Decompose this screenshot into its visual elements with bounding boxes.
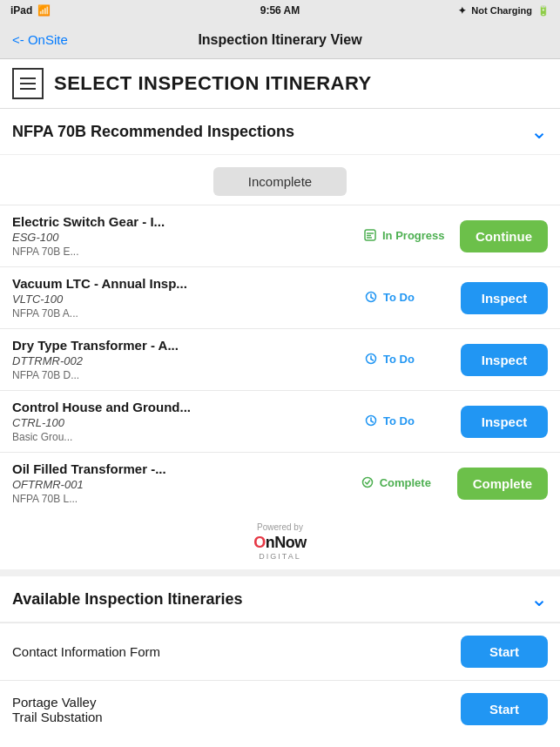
- available-item-contact: Contact Information Form Start: [0, 622, 560, 680]
- nfpa-section: NFPA 70B Recommended Inspections ⌄ Incom…: [0, 109, 560, 569]
- inspect-button-vacuum[interactable]: Inspect: [461, 282, 548, 314]
- start-button-portage[interactable]: Start: [461, 693, 548, 725]
- status-badge-vacuum: To Do: [365, 291, 415, 304]
- nfpa-collapse-icon[interactable]: ⌄: [530, 119, 548, 144]
- complete-button-oil[interactable]: Complete: [457, 468, 548, 500]
- item-code-dry: DTTRMR-002: [12, 354, 356, 367]
- item-info-dry: Dry Type Transformer - A... DTTRMR-002 N…: [12, 338, 356, 381]
- item-name-oil: Oil Filled Transformer -...: [12, 461, 353, 476]
- item-code-vacuum: VLTC-100: [12, 293, 356, 306]
- page-header: SELECT INSPECTION ITINERARY: [0, 59, 560, 109]
- nav-title: Inspection Itinerary View: [198, 32, 361, 48]
- inspection-item-control-house: Control House and Ground... CTRL-100 Bas…: [0, 390, 560, 452]
- nav-bar: <- OnSite Inspection Itinerary View: [0, 21, 560, 59]
- svg-line-9: [371, 298, 374, 299]
- status-bar: iPad 📶 9:56 AM ✦ Not Charging 🔋: [0, 0, 560, 21]
- onnow-logo-1: OnNow: [253, 534, 307, 552]
- item-code-electric: ESG-100: [12, 231, 355, 244]
- nfpa-section-title: NFPA 70B Recommended Inspections: [12, 123, 294, 141]
- svg-line-15: [371, 421, 374, 423]
- powered-by-available: Powered by OnNow DIGITAL: [0, 737, 560, 747]
- battery-icon: 🔋: [537, 5, 550, 17]
- item-name-control: Control House and Ground...: [12, 400, 356, 414]
- incomplete-filter-button[interactable]: Incomplete: [213, 167, 347, 196]
- continue-button-electric[interactable]: Continue: [460, 220, 548, 252]
- item-name-vacuum: Vacuum LTC - Annual Insp...: [12, 276, 356, 291]
- item-tag-electric: NFPA 70B E...: [12, 246, 355, 258]
- item-status-dry: To Do: [356, 353, 461, 367]
- item-status-vacuum: To Do: [356, 291, 461, 306]
- item-info-electric: Electric Switch Gear - I... ESG-100 NFPA…: [12, 214, 355, 258]
- available-section: Available Inspection Itineraries ⌄ Conta…: [0, 576, 560, 747]
- item-info-control: Control House and Ground... CTRL-100 Bas…: [12, 400, 356, 443]
- status-badge-control: To Do: [365, 414, 415, 427]
- item-name-electric: Electric Switch Gear - I...: [12, 214, 355, 229]
- item-name-dry: Dry Type Transformer - A...: [12, 338, 356, 353]
- wifi-icon: 📶: [37, 4, 51, 17]
- status-badge-oil: Complete: [361, 476, 431, 489]
- svg-line-12: [371, 360, 374, 361]
- nfpa-section-header: NFPA 70B Recommended Inspections ⌄: [0, 109, 560, 155]
- item-info-vacuum: Vacuum LTC - Annual Insp... VLTC-100 NFP…: [12, 276, 356, 320]
- available-section-header: Available Inspection Itineraries ⌄: [0, 576, 560, 622]
- status-right: ✦ Not Charging 🔋: [458, 5, 550, 17]
- ipad-label: iPad: [10, 4, 32, 17]
- available-item-name-portage: Portage ValleyTrail Substation: [12, 695, 461, 724]
- item-tag-vacuum: NFPA 70B A...: [12, 307, 356, 320]
- status-badge-electric: In Progress: [364, 229, 445, 242]
- filter-row: Incomplete: [0, 155, 560, 205]
- inspection-item-vacuum-ltc: Vacuum LTC - Annual Insp... VLTC-100 NFP…: [0, 266, 560, 328]
- item-status-oil: Complete: [353, 476, 457, 491]
- list-icon: [12, 68, 44, 99]
- available-item-portage: Portage ValleyTrail Substation Start: [0, 680, 560, 737]
- battery-label: Not Charging: [471, 5, 532, 16]
- item-tag-dry: NFPA 70B D...: [12, 369, 356, 381]
- available-collapse-icon[interactable]: ⌄: [530, 587, 548, 611]
- svg-point-16: [362, 478, 372, 488]
- item-tag-oil: NFPA 70B L...: [12, 493, 353, 505]
- inspection-item-oil-transformer: Oil Filled Transformer -... OFTRMR-001 N…: [0, 452, 560, 514]
- status-left: iPad 📶: [10, 4, 51, 17]
- available-item-name-contact: Contact Information Form: [12, 644, 461, 659]
- item-tag-control: Basic Grou...: [12, 431, 356, 443]
- status-badge-dry: To Do: [365, 353, 415, 366]
- item-status-electric: In Progress: [355, 229, 460, 244]
- inspect-button-dry[interactable]: Inspect: [461, 344, 548, 376]
- item-info-oil: Oil Filled Transformer -... OFTRMR-001 N…: [12, 461, 353, 505]
- powered-by-nfpa: Powered by OnNow DIGITAL: [0, 514, 560, 569]
- status-time: 9:56 AM: [260, 4, 300, 17]
- page-title: SELECT INSPECTION ITINERARY: [54, 72, 372, 95]
- item-status-control: To Do: [356, 414, 461, 429]
- bluetooth-icon: ✦: [458, 5, 466, 17]
- inspection-item-dry-transformer: Dry Type Transformer - A... DTTRMR-002 N…: [0, 328, 560, 390]
- onnow-digital-1: DIGITAL: [259, 552, 300, 561]
- item-code-control: CTRL-100: [12, 416, 356, 429]
- inspect-button-control[interactable]: Inspect: [461, 406, 548, 438]
- inspection-item-electric-switch-gear: Electric Switch Gear - I... ESG-100 NFPA…: [0, 205, 560, 266]
- available-section-title: Available Inspection Itineraries: [12, 590, 242, 609]
- start-button-contact[interactable]: Start: [461, 636, 548, 668]
- item-code-oil: OFTRMR-001: [12, 478, 353, 491]
- powered-label-1: Powered by: [257, 522, 303, 532]
- back-button[interactable]: <- OnSite: [12, 32, 68, 47]
